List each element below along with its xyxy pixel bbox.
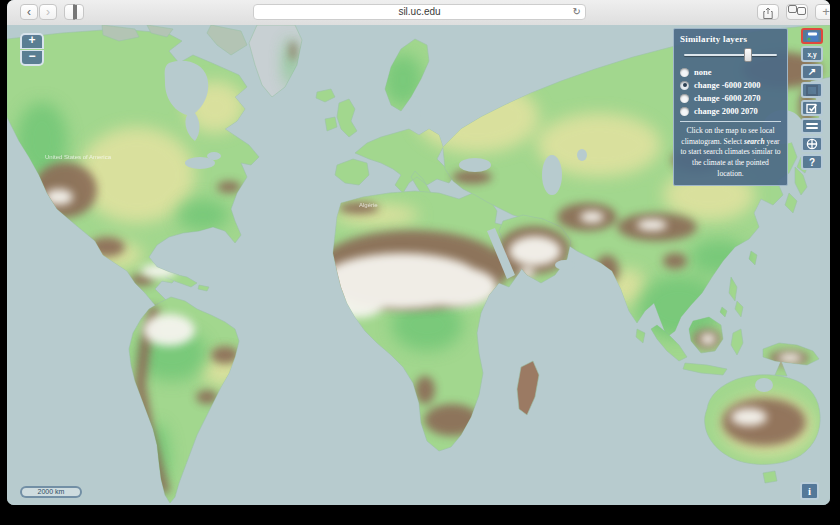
browser-window: ‹ › sil.uc.edu ↻ + — [7, 0, 830, 505]
globe-icon — [806, 138, 818, 150]
question-icon: ? — [809, 157, 815, 168]
radio-icon[interactable] — [680, 94, 689, 103]
select-area-tool-button[interactable] — [801, 100, 823, 116]
map-label-usa: United States of America — [45, 154, 112, 160]
list-icon — [806, 121, 818, 131]
draw-arrow-tool-button[interactable]: ↗ — [801, 64, 823, 80]
select-check-icon — [806, 103, 818, 114]
panel-note: Click on the map to see local climatogra… — [680, 126, 781, 179]
radio-label: none — [694, 67, 711, 77]
globe-tool-button[interactable] — [801, 136, 823, 152]
address-bar[interactable]: sil.uc.edu ↻ — [253, 4, 586, 20]
rectangle-tool-button[interactable] — [801, 82, 823, 98]
scale-label: 2000 km — [38, 488, 65, 495]
reload-icon[interactable]: ↻ — [573, 5, 581, 19]
radio-option-none[interactable]: none — [680, 67, 781, 77]
share-icon — [763, 7, 773, 19]
slider-handle[interactable] — [744, 48, 752, 62]
info-button[interactable]: i — [800, 482, 819, 500]
radio-icon[interactable] — [680, 68, 689, 77]
forward-button[interactable]: › — [39, 4, 57, 20]
radio-icon[interactable] — [680, 81, 689, 90]
zoom-out-button[interactable]: − — [20, 50, 44, 66]
xy-icon: x,y — [807, 51, 816, 58]
map-toolbar: x,y ↗ — [801, 28, 823, 172]
share-button[interactable] — [757, 4, 779, 20]
radio-label: change 2000 2070 — [694, 106, 758, 116]
map-viewport[interactable]: United States of America Algérie + − Sim… — [7, 25, 830, 505]
zoom-control: + − — [20, 33, 44, 66]
radio-option-change-2000-2070[interactable]: change 2000 2070 — [680, 106, 781, 116]
browser-toolbar: ‹ › sil.uc.edu ↻ + — [7, 0, 830, 26]
sidebar-button[interactable] — [64, 4, 84, 20]
opacity-slider[interactable] — [682, 47, 779, 63]
radio-label: change -6000 2070 — [694, 93, 761, 103]
zoom-in-button[interactable]: + — [20, 33, 44, 49]
panel-divider — [680, 121, 781, 122]
scale-bar: 2000 km — [20, 486, 82, 498]
panel-title: Similarity layers — [680, 34, 781, 44]
address-url: sil.uc.edu — [398, 6, 440, 17]
note-emphasis: search — [744, 137, 765, 146]
coordinates-tool-button[interactable]: x,y — [801, 46, 823, 62]
radio-option-change-6000-2000[interactable]: change -6000 2000 — [680, 80, 781, 90]
layers-tool-button[interactable] — [801, 28, 823, 44]
radio-option-change-6000-2070[interactable]: change -6000 2070 — [680, 93, 781, 103]
arrow-icon: ↗ — [808, 67, 816, 77]
slider-track[interactable] — [684, 54, 777, 56]
new-tab-button[interactable]: + — [815, 4, 830, 20]
layers-icon — [806, 31, 819, 42]
help-tool-button[interactable]: ? — [801, 154, 823, 170]
radio-label: change -6000 2000 — [694, 80, 761, 90]
back-button[interactable]: ‹ — [20, 4, 38, 20]
list-tool-button[interactable] — [801, 118, 823, 134]
square-icon — [806, 85, 818, 96]
sidebar-icon — [73, 4, 75, 20]
map-label-algeria: Algérie — [359, 202, 378, 208]
tabs-button[interactable] — [786, 4, 808, 20]
similarity-layers-panel: Similarity layers none change -6000 2000… — [673, 28, 788, 186]
radio-icon[interactable] — [680, 107, 689, 116]
